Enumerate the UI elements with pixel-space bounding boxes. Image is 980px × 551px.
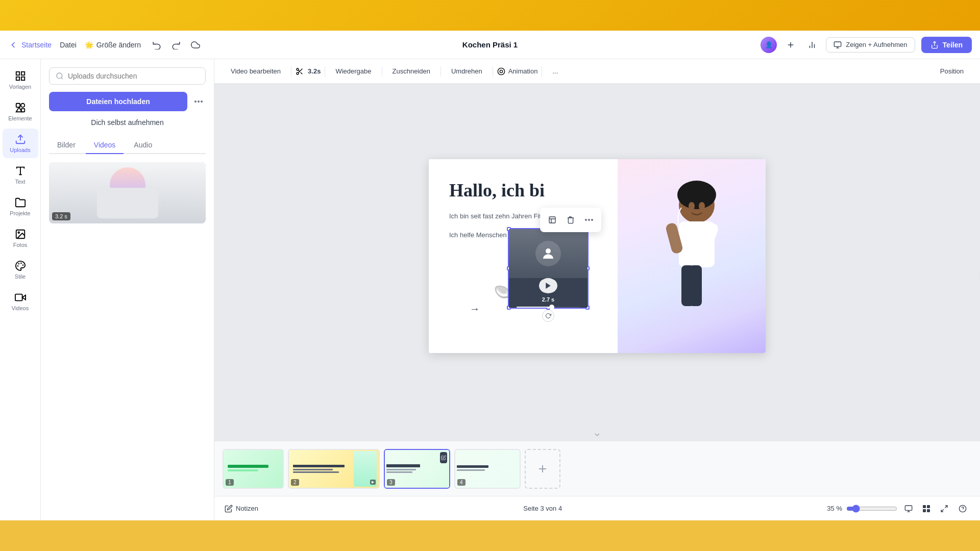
notes-button[interactable]: Notizen bbox=[225, 505, 258, 513]
person-icon bbox=[541, 246, 556, 261]
present-button[interactable]: Zeigen + Aufnehmen bbox=[826, 37, 915, 53]
sidebar-item-videos[interactable]: Videos bbox=[3, 287, 38, 316]
svg-line-57 bbox=[941, 509, 944, 512]
sidebar-label-elements: Elemente bbox=[8, 115, 32, 121]
playback-button[interactable]: Wiedergabe bbox=[329, 64, 377, 78]
collapse-handle[interactable] bbox=[214, 429, 980, 441]
fullscreen-button[interactable] bbox=[937, 502, 951, 516]
tab-images[interactable]: Bilder bbox=[49, 137, 84, 154]
sidebar-item-styles[interactable]: Stile bbox=[3, 255, 38, 285]
file-button[interactable]: Datei bbox=[60, 41, 77, 49]
svg-rect-53 bbox=[905, 506, 912, 510]
redo-button[interactable] bbox=[168, 37, 184, 53]
sidebar-item-templates[interactable]: Vorlagen bbox=[3, 65, 38, 95]
upload-more-button[interactable] bbox=[191, 94, 206, 109]
video-content: 2.7 s bbox=[509, 229, 587, 308]
sidebar-item-projects[interactable]: Projekte bbox=[3, 192, 38, 221]
person-body bbox=[97, 188, 158, 218]
toolbar-separator-1 bbox=[291, 66, 291, 77]
notes-icon bbox=[225, 505, 233, 513]
add-collaborator-button[interactable] bbox=[783, 37, 798, 53]
slide4-line2 bbox=[457, 469, 485, 471]
svg-point-25 bbox=[17, 266, 18, 266]
cloud-save-button[interactable] bbox=[188, 37, 203, 53]
duration-display: 3.2s bbox=[308, 67, 321, 75]
video-play-button[interactable] bbox=[539, 278, 557, 293]
svg-point-14 bbox=[20, 104, 24, 107]
home-button[interactable]: Startseite bbox=[8, 40, 52, 50]
svg-line-29 bbox=[61, 78, 63, 79]
help-button[interactable] bbox=[955, 502, 970, 516]
upload-files-button[interactable]: Dateien hochladen bbox=[49, 92, 187, 111]
add-slide-button[interactable] bbox=[525, 449, 560, 489]
context-replace-button[interactable] bbox=[544, 212, 560, 228]
delete-icon bbox=[567, 216, 575, 224]
fit-screen-button[interactable] bbox=[901, 502, 916, 516]
svg-point-31 bbox=[297, 72, 299, 74]
analytics-button[interactable] bbox=[804, 37, 820, 53]
bottom-right: 35 % bbox=[827, 502, 970, 516]
sidebar-item-uploads[interactable]: Uploads bbox=[3, 129, 38, 158]
resize-emoji: 🌟 bbox=[85, 41, 93, 49]
video-sidebar-icon bbox=[15, 292, 26, 303]
context-delete-button[interactable] bbox=[562, 212, 579, 228]
slide-number-2: 2 bbox=[291, 479, 299, 486]
svg-rect-5 bbox=[835, 42, 841, 46]
zoom-level: 35 % bbox=[827, 505, 842, 512]
video-thumbnail[interactable]: 3.2 s bbox=[49, 162, 206, 223]
svg-rect-9 bbox=[16, 72, 19, 75]
slide-thumb-1[interactable]: 1 bbox=[223, 449, 284, 489]
slide3-text-area bbox=[386, 464, 424, 473]
slide3-title-line bbox=[386, 464, 420, 467]
slide-thumb-3[interactable]: 3 bbox=[384, 449, 450, 489]
svg-point-30 bbox=[297, 68, 299, 70]
video-edit-button[interactable]: Video bearbeiten bbox=[225, 64, 287, 78]
slide3-line2 bbox=[386, 471, 412, 473]
slide-thumb-2[interactable]: ▶ 2 bbox=[288, 449, 380, 489]
sidebar-item-elements[interactable]: Elemente bbox=[3, 97, 38, 127]
grid-view-button[interactable] bbox=[920, 502, 933, 515]
text-icon bbox=[15, 165, 26, 177]
slide1-bar2 bbox=[228, 469, 258, 471]
svg-point-22 bbox=[20, 263, 21, 264]
svg-rect-27 bbox=[15, 294, 22, 301]
slide2-video-badge: ▶ bbox=[370, 480, 376, 485]
scissors-icon bbox=[296, 67, 304, 76]
undo-button[interactable] bbox=[149, 37, 164, 53]
edit-icon bbox=[441, 455, 446, 460]
grid-cell-1 bbox=[923, 505, 926, 508]
sidebar-item-text[interactable]: Text bbox=[3, 160, 38, 190]
resize-button[interactable]: 🌟 Größe ändern bbox=[85, 41, 141, 49]
toolbar-separator-5 bbox=[493, 66, 493, 77]
more-options-button[interactable]: ... bbox=[546, 64, 564, 78]
share-button[interactable]: Teilen bbox=[921, 37, 972, 53]
play-icon bbox=[544, 282, 552, 290]
tab-audio[interactable]: Audio bbox=[126, 137, 160, 154]
flip-button[interactable]: Umdrehen bbox=[445, 64, 488, 78]
context-more-button[interactable] bbox=[581, 212, 597, 228]
video-progress-thumb[interactable] bbox=[549, 305, 554, 310]
video-progress-bar[interactable] bbox=[517, 307, 579, 308]
crop-button[interactable]: Zuschneiden bbox=[386, 64, 436, 78]
svg-point-44 bbox=[689, 202, 695, 210]
animation-button[interactable]: Animation bbox=[508, 67, 538, 75]
search-input[interactable] bbox=[68, 72, 199, 80]
sidebar-label-styles: Stile bbox=[15, 273, 26, 280]
slide-edit-indicator bbox=[440, 452, 447, 463]
slide2-line2 bbox=[293, 469, 333, 470]
monitor-icon bbox=[834, 41, 842, 49]
slide-thumb-4[interactable]: 4 bbox=[454, 449, 521, 489]
tab-videos[interactable]: Videos bbox=[86, 137, 124, 154]
slide-canvas[interactable]: Hallo, ich bi Ich bin seit fast zehn Jah… bbox=[429, 159, 766, 353]
svg-point-36 bbox=[500, 70, 502, 72]
video-rotate-handle[interactable] bbox=[542, 310, 554, 322]
video-thumb-inner: 3.2 s bbox=[49, 162, 206, 223]
selfie-button[interactable]: Dich selbst aufnehmen bbox=[49, 116, 206, 129]
position-button[interactable]: Position bbox=[934, 64, 970, 78]
video-duration-badge: 3.2 s bbox=[52, 212, 70, 220]
video-time-label: 2.7 s bbox=[542, 296, 554, 303]
video-overlay[interactable]: 2.7 s bbox=[508, 228, 589, 309]
zoom-slider[interactable] bbox=[846, 505, 897, 513]
sidebar-item-photos[interactable]: Fotos bbox=[3, 223, 38, 253]
svg-point-45 bbox=[699, 202, 705, 210]
